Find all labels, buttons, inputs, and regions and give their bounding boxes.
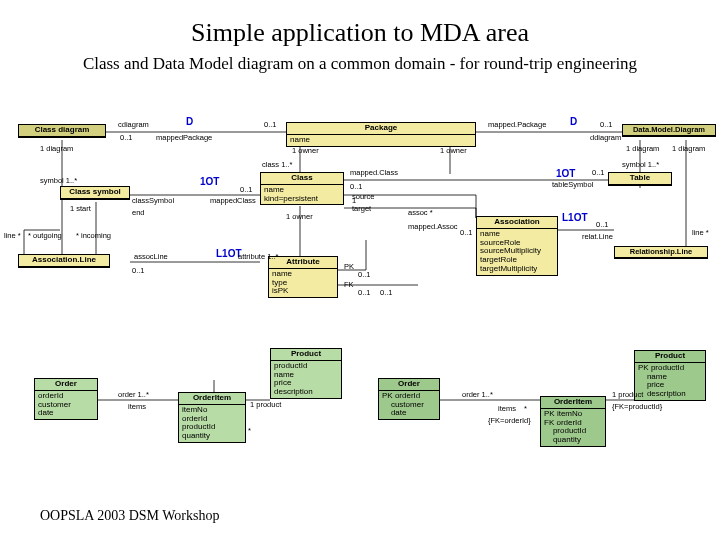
hdr-class-diagram: Class diagram [19,125,105,137]
lbl-mappedClass: mappedClass [210,196,256,205]
box-class-symbol: Class symbol [60,186,130,200]
lbl-01-e: 0..1 [240,185,253,194]
lbl-1diag1: 1 diagram [40,144,73,153]
lbl-symbol1: symbol 1..* [40,176,77,185]
box-package: Package name [286,122,476,147]
body-orderitem-2: PK itemNoFK orderId productId quantity [541,409,605,446]
box-product-2: Product PK productId name price descript… [634,350,706,401]
lbl-l1ot-2: L1OT [562,212,588,223]
lbl-01-f: 0..1 [592,168,605,177]
box-attribute: Attribute nametypeisPK [268,256,338,298]
lbl-01-k: 0..1 [358,288,371,297]
diagram-canvas: Class diagram Package name Data.Model.Di… [0,100,720,500]
lbl-target: target [352,204,371,213]
lbl-01-i: 0..1 [132,266,145,275]
lbl-attribute: attribute 1..* [238,252,278,261]
hdr-assoc-line: Association.Line [19,255,109,267]
lbl-outgoing: * outgoing [28,231,62,240]
lbl-01-d: 0..1 [350,182,363,191]
lbl-assoc: assoc * [408,208,433,217]
lbl-mappedClass2: mapped.Class [350,168,398,177]
lbl-01-g: 0..1 [460,228,473,237]
lbl-end: end [132,208,145,217]
body-order-1: orderIdcustomerdate [35,391,97,419]
hdr-class: Class [261,173,343,185]
hdr-orderitem-1: OrderItem [179,393,245,405]
connector-layer [0,100,720,500]
box-rel-line: Relationship.Line [614,246,708,259]
lbl-relatLine: relat.Line [582,232,613,241]
box-orderitem-2: OrderItem PK itemNoFK orderId productId … [540,396,606,447]
box-product-1: Product productIdnamepricedescription [270,348,342,399]
body-product-2: PK productId name price description [635,363,705,400]
body-attribute: nametypeisPK [269,269,337,297]
lbl-star2: * [524,404,527,413]
box-order-2: Order PK orderId customer date [378,378,440,420]
lbl-mapped-package2: mapped.Package [488,120,546,129]
body-orderitem-1: itemNoorderIdproductIdquantity [179,405,245,442]
lbl-FK: FK [344,280,354,289]
lbl-assocLine: assocLine [134,252,168,261]
lbl-1diag2: 1 diagram [626,144,659,153]
page-title: Simple application to MDA area [0,18,720,48]
lbl-product-rel: 1 product [250,400,281,409]
hdr-product-2: Product [635,351,705,363]
lbl-1ot-1: 1OT [200,176,219,187]
lbl-one-product: 1 product [612,390,643,399]
hdr-association: Association [477,217,557,229]
lbl-symbol2: symbol 1..* [622,160,659,169]
box-dm-diagram: Data.Model.Diagram [622,124,716,137]
body-class: namekind=persistent [261,185,343,205]
lbl-class-star: class 1..* [262,160,292,169]
lbl-owner1: 1 owner [292,146,319,155]
hdr-dm-diagram: Data.Model.Diagram [623,125,715,136]
box-class-diagram: Class diagram [18,124,106,138]
lbl-01-a: 0..1 [120,133,133,142]
lbl-start: 1 start [70,204,91,213]
lbl-owner2: 1 owner [440,146,467,155]
lbl-classSymbol: classSymbol [132,196,174,205]
lbl-PK: PK [344,262,354,271]
lbl-d1: D [186,116,193,127]
hdr-rel-line: Relationship.Line [615,247,707,258]
lbl-cdiagram: cdiagram [118,120,149,129]
box-orderitem-1: OrderItem itemNoorderIdproductIdquantity [178,392,246,443]
hdr-orderitem-2: OrderItem [541,397,605,409]
lbl-d2: D [570,116,577,127]
lbl-1ot-2: 1OT [556,168,575,179]
hdr-order-1: Order [35,379,97,391]
lbl-star: * [248,426,251,435]
box-order-1: Order orderIdcustomerdate [34,378,98,420]
box-association: Association namesourceRolesourceMultipli… [476,216,558,276]
lbl-01-l: 0..1 [380,288,393,297]
box-assoc-line: Association.Line [18,254,110,268]
body-association: namesourceRolesourceMultiplicitytargetRo… [477,229,557,275]
hdr-class-symbol: Class symbol [61,187,129,199]
footer: OOPSLA 2003 DSM Workshop [40,508,219,524]
lbl-items2: items [498,404,516,413]
hdr-order-2: Order [379,379,439,391]
page-subtitle: Class and Data Model diagram on a common… [0,54,720,74]
lbl-01-j: 0..1 [358,270,371,279]
lbl-01-h: 0..1 [596,220,609,229]
hdr-table: Table [609,173,671,185]
lbl-fk-productid: {FK=productId} [612,402,662,411]
lbl-mappedAssoc: mapped.Assoc [408,222,458,231]
lbl-items: items [128,402,146,411]
hdr-product-1: Product [271,349,341,361]
lbl-1diag3: 1 diagram [672,144,705,153]
lbl-tableSymbol: tableSymbol [552,180,593,189]
lbl-order-rel: order 1..* [118,390,149,399]
lbl-fk-orderid: {FK=orderId} [488,416,531,425]
box-table: Table [608,172,672,186]
body-package: name [287,135,475,146]
hdr-package: Package [287,123,475,135]
lbl-01-b: 0..1 [264,120,277,129]
lbl-mapped-package: mappedPackage [156,133,212,142]
body-product-1: productIdnamepricedescription [271,361,341,398]
body-order-2: PK orderId customer date [379,391,439,419]
lbl-owner3: 1 owner [286,212,313,221]
lbl-ddiagram: ddiagram [590,133,621,142]
lbl-one: 1 [352,196,356,205]
box-class: Class namekind=persistent [260,172,344,205]
